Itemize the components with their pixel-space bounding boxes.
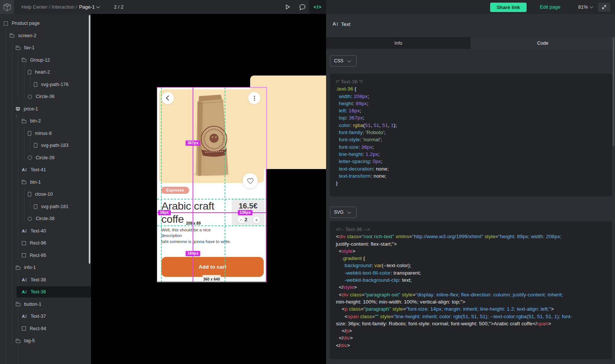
text-layer-icon: AI [333,22,338,26]
home-indicator [202,275,221,277]
code-line: top: 367px; [336,114,606,121]
file-icon [34,204,37,209]
frame-icon [4,21,8,26]
file-icon [34,143,37,148]
layer-row-Rect-96[interactable]: Rect-96 [0,237,91,249]
code-line: <style> [336,248,606,255]
layer-row-Text-38[interactable]: AIText-38 [0,274,91,286]
layer-row-Product page[interactable]: Product page [0,17,91,29]
layer-row-heart-2[interactable]: heart-2 [0,66,91,78]
layer-row-fav-1[interactable]: fav-1 [0,42,91,54]
fullscreen-button[interactable] [598,3,610,12]
guide-line-top [157,199,266,199]
layer-row-info-1[interactable]: info-1 [0,261,91,273]
layer-label: btn-2 [30,118,41,124]
svg-format-select[interactable]: SVG [330,207,357,218]
layer-row-button-1[interactable]: button-1 [0,298,91,310]
layer-label: fav-1 [24,45,35,50]
layer-label: price-1 [24,106,38,112]
folder-icon [16,303,20,306]
layer-row-price-1[interactable]: price-1 [0,103,91,115]
folder-icon [22,181,26,184]
chevron-down-icon [347,59,351,62]
guide-line-bottom [157,225,266,226]
expand-icon [601,4,607,10]
code-line: </div> [336,342,606,349]
layer-row-tag-5[interactable]: tag-5 [0,335,91,347]
package-logo-icon [2,2,12,12]
more-options-button[interactable] [248,92,260,104]
zoom-control[interactable]: 81% [578,0,593,14]
layer-label: heart-2 [35,69,50,75]
comment-button[interactable] [297,0,308,14]
css-format-select[interactable]: CSS [330,55,357,66]
app-logo[interactable] [0,0,14,14]
layer-row-minus-8[interactable]: minus-8 [0,127,91,139]
share-link-button[interactable]: Share link [490,3,527,12]
measure-badge-left: 16px [158,210,171,215]
layer-row-Circle-36[interactable]: Circle-36 [0,91,91,103]
tab-info[interactable]: Info [326,37,471,49]
layer-row-svg-path-183[interactable]: svg-path-183 [0,139,91,151]
circle-icon [28,95,32,99]
code-line: </div> [336,334,606,341]
coffee-bag-image [186,94,235,177]
layer-row-Rect-95[interactable]: Rect-95 [0,249,91,261]
file-icon [28,192,31,196]
layer-row-btn-2[interactable]: btn-2 [0,115,91,127]
layer-row-Text-41[interactable]: AIText-41 [0,164,91,176]
code-line: /* Text-36 */ [336,78,606,85]
add-to-cart-button[interactable]: Add to cart [161,257,264,277]
product-tag-badge[interactable]: Expresso [161,187,189,194]
layer-row-Circle-38[interactable]: Circle-38 [0,213,91,225]
code-mode-button[interactable]: </> [309,0,326,14]
play-button[interactable] [282,0,293,14]
chevron-down-icon[interactable] [96,5,100,8]
text-icon: AI [22,314,27,319]
tree-guide-line [18,346,18,364]
code-line: font-size: 36px; [336,143,606,151]
layer-row-svg-path-176[interactable]: svg-path-176 [0,79,91,91]
layer-label: Group-12 [30,57,50,63]
code-line: font-family: 'Roboto'; [336,129,606,136]
sidebar-scrollbar[interactable] [89,15,90,264]
quantity-value: 2 [244,217,248,222]
rect-icon [22,326,26,331]
file-icon [28,131,31,136]
layer-row-Text-36[interactable]: AIText-36 [0,286,91,298]
rect-icon [22,241,26,245]
svg-code-block[interactable]: <!-- Text-36 --><div class="root rich-te… [330,221,612,359]
code-line: <span class="" style="line-height: inher… [336,313,606,320]
layer-row-Group-12[interactable]: Group-12 [0,54,91,66]
code-line: line-height: 1.2px; [336,151,606,158]
breadcrumb[interactable]: Help Center / Interaction / Page-1 [21,0,99,14]
favorite-button[interactable] [243,173,258,188]
layer-row-Circle-39[interactable]: Circle-39 [0,152,91,164]
design-canvas[interactable]: Expresso Arabic craft coffe 208 x 89 16.… [91,14,326,364]
layer-label: Text-36 [30,289,46,295]
layer-label: svg-path-176 [41,82,68,87]
css-code-block[interactable]: /* Text-36 */.text-36 { width: 208px; he… [330,74,612,196]
layer-row-svg-path-181[interactable]: svg-path-181 [0,201,91,213]
layer-row-screen-2[interactable]: screen-2 [0,30,91,42]
edit-page-link[interactable]: Edit page [540,0,560,14]
chevron-down-icon [348,210,351,214]
measure-badge-right: 136px [238,210,252,215]
top-toolbar: Help Center / Interaction / Page-1 2 / 2… [0,0,615,14]
panel-scrollbar[interactable] [613,37,614,146]
back-button[interactable] [162,92,174,104]
layer-label: Circle-36 [36,94,55,99]
tab-code[interactable]: Code [471,37,615,49]
layer-row-close-10[interactable]: close-10 [0,188,91,200]
layer-label: svg-path-181 [41,204,68,209]
layer-row-Text-37[interactable]: AIText-37 [0,310,91,322]
layer-row-btn-1[interactable]: btn-1 [0,176,91,188]
quantity-plus-button[interactable]: + [253,216,260,224]
layer-row-Text-40[interactable]: AIText-40 [0,225,91,237]
folder-icon [22,59,26,62]
code-line: letter-spacing: 0px; [336,158,606,165]
code-line: left: 16px; [336,107,606,114]
code-line: -webkit-background-clip: text; [336,276,606,284]
layer-row-Rect-94[interactable]: Rect-94 [0,323,91,335]
code-line: } [336,180,606,187]
